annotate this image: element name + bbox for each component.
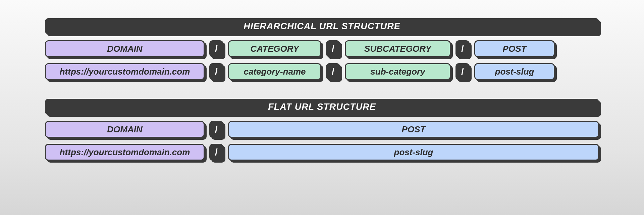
segment-domain-value: https://yourcustomdomain.com bbox=[45, 63, 205, 80]
post-label: POST bbox=[228, 121, 599, 138]
segment-domain-label: DOMAIN bbox=[45, 121, 205, 138]
slash-separator: / bbox=[209, 144, 223, 161]
domain-value: https://yourcustomdomain.com bbox=[45, 63, 205, 80]
segment-category-label: CATEGORY bbox=[228, 40, 321, 57]
slash-separator: / bbox=[326, 63, 340, 80]
domain-label: DOMAIN bbox=[45, 40, 205, 57]
slash-separator: / bbox=[455, 63, 470, 80]
slash-icon: / bbox=[326, 40, 340, 57]
segment-domain-value: https://yourcustomdomain.com bbox=[45, 144, 205, 161]
slash-separator: / bbox=[209, 63, 223, 80]
hierarchical-values-row: https://yourcustomdomain.com / category-… bbox=[45, 63, 599, 80]
flat-values-row: https://yourcustomdomain.com / post-slug bbox=[45, 144, 599, 161]
segment-post-value: post-slug bbox=[474, 63, 555, 80]
segment-domain-label: DOMAIN bbox=[45, 40, 205, 57]
subcategory-label: SUBCATEGORY bbox=[345, 40, 451, 57]
post-label: POST bbox=[474, 40, 555, 57]
slash-separator: / bbox=[455, 40, 470, 57]
slash-icon: / bbox=[209, 63, 223, 80]
segment-category-value: category-name bbox=[228, 63, 321, 80]
hierarchical-labels-row: DOMAIN / CATEGORY / SUBCATEGORY / bbox=[45, 40, 599, 57]
url-structure-diagram: HIERARCHICAL URL STRUCTURE DOMAIN / CATE… bbox=[45, 18, 599, 179]
slash-icon: / bbox=[209, 121, 223, 138]
flat-block: FLAT URL STRUCTURE DOMAIN / POST https:/… bbox=[45, 99, 599, 161]
slash-icon: / bbox=[455, 63, 470, 80]
slash-icon: / bbox=[209, 40, 223, 57]
segment-post-label: POST bbox=[474, 40, 555, 57]
hierarchical-block: HIERARCHICAL URL STRUCTURE DOMAIN / CATE… bbox=[45, 18, 599, 80]
slash-separator: / bbox=[209, 121, 223, 138]
segment-post-label: POST bbox=[228, 121, 599, 138]
slash-separator: / bbox=[209, 40, 223, 57]
slash-icon: / bbox=[455, 40, 470, 57]
flat-title: FLAT URL STRUCTURE bbox=[45, 99, 599, 115]
post-value: post-slug bbox=[474, 63, 555, 80]
category-value: category-name bbox=[228, 63, 321, 80]
domain-label: DOMAIN bbox=[45, 121, 205, 138]
segment-subcategory-value: sub-category bbox=[345, 63, 451, 80]
segment-subcategory-label: SUBCATEGORY bbox=[345, 40, 451, 57]
hierarchical-header: HIERARCHICAL URL STRUCTURE bbox=[45, 18, 599, 34]
segment-post-value: post-slug bbox=[228, 144, 599, 161]
slash-icon: / bbox=[209, 144, 223, 161]
slash-icon: / bbox=[326, 63, 340, 80]
domain-value: https://yourcustomdomain.com bbox=[45, 144, 205, 161]
subcategory-value: sub-category bbox=[345, 63, 451, 80]
post-value: post-slug bbox=[228, 144, 599, 161]
flat-labels-row: DOMAIN / POST bbox=[45, 121, 599, 138]
category-label: CATEGORY bbox=[228, 40, 321, 57]
flat-header: FLAT URL STRUCTURE bbox=[45, 99, 599, 115]
hierarchical-title: HIERARCHICAL URL STRUCTURE bbox=[45, 18, 599, 34]
slash-separator: / bbox=[326, 40, 340, 57]
